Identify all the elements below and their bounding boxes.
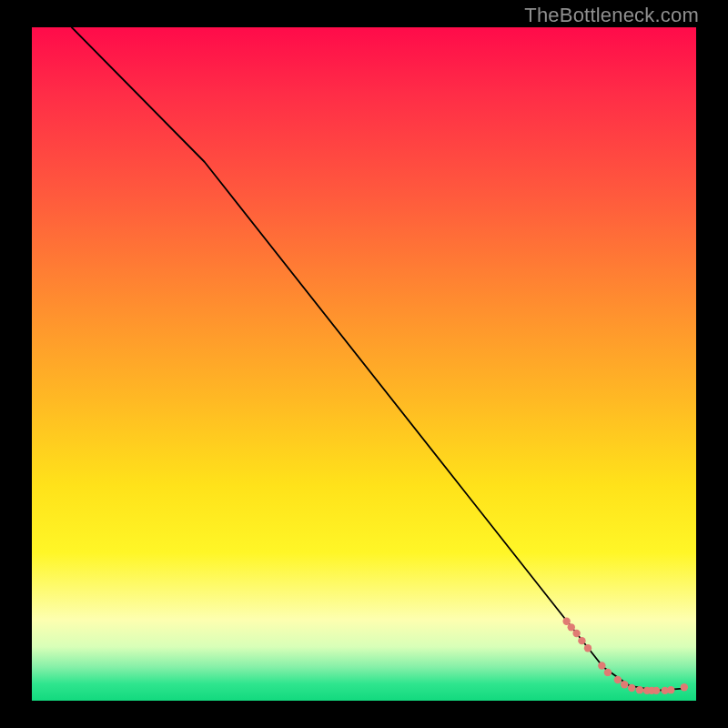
data-point — [572, 630, 580, 637]
data-point — [614, 676, 622, 683]
data-point — [604, 669, 612, 676]
chart-frame: TheBottleneck.com — [0, 0, 728, 728]
data-point-group — [562, 617, 688, 694]
data-point — [636, 686, 643, 693]
data-point — [628, 684, 635, 692]
data-point — [667, 686, 674, 693]
data-point — [562, 617, 570, 624]
chart-overlay — [32, 27, 696, 701]
data-point — [598, 662, 605, 669]
data-point — [584, 644, 592, 652]
data-point — [681, 683, 688, 691]
bottleneck-curve-line — [72, 27, 683, 691]
plot-area — [32, 27, 696, 701]
data-point — [621, 681, 628, 688]
data-point — [578, 637, 585, 644]
watermark-label: TheBottleneck.com — [524, 4, 699, 27]
data-point — [652, 687, 660, 694]
data-point — [568, 623, 575, 631]
